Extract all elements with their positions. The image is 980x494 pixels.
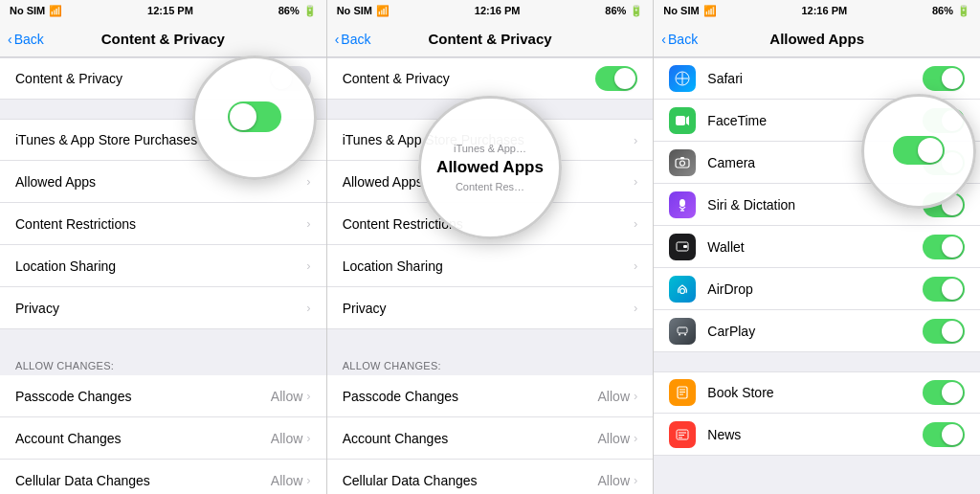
phone-panel-3: No SIM 📶 12:16 PM 86% 🔋 ‹ Back Allowed A… bbox=[654, 0, 980, 494]
separator-2 bbox=[0, 329, 326, 348]
svg-rect-13 bbox=[678, 327, 687, 333]
back-label-3: Back bbox=[668, 32, 698, 47]
safari-toggle[interactable] bbox=[923, 66, 965, 91]
status-right-1: 86% 🔋 bbox=[278, 5, 317, 17]
safari-label: Safari bbox=[707, 71, 923, 86]
back-button-1[interactable]: ‹ Back bbox=[8, 32, 44, 47]
svg-rect-3 bbox=[676, 116, 685, 125]
news-item[interactable]: News bbox=[654, 414, 980, 456]
account-changes-label-1: Account Changes bbox=[15, 431, 271, 446]
status-left-3: No SIM 📶 bbox=[663, 5, 716, 17]
privacy-label-2: Privacy bbox=[343, 301, 634, 316]
phone-panel-2: No SIM 📶 12:16 PM 86% 🔋 ‹ Back Content &… bbox=[327, 0, 655, 494]
nav-bar-1: ‹ Back Content & Privacy bbox=[0, 21, 326, 57]
account-changes-value-1: Allow bbox=[271, 431, 302, 446]
cellular-changes-value-2: Allow bbox=[598, 473, 630, 488]
bookstore-toggle[interactable] bbox=[923, 380, 965, 405]
content-privacy-label-2: Content & Privacy bbox=[343, 71, 596, 86]
time-2: 12:16 PM bbox=[475, 5, 521, 16]
magnified-toggle-knob-3 bbox=[918, 138, 943, 163]
passcode-changes-value-2: Allow bbox=[598, 389, 630, 404]
content-privacy-toggle-item-2[interactable]: Content & Privacy bbox=[327, 57, 654, 100]
battery-icon-3: 🔋 bbox=[957, 5, 970, 17]
airdrop-label: AirDrop bbox=[707, 281, 923, 297]
passcode-changes-item-1[interactable]: Passcode Changes Allow › bbox=[0, 375, 326, 417]
status-left-1: No SIM 📶 bbox=[10, 5, 62, 17]
svg-point-6 bbox=[680, 161, 685, 166]
location-sharing-item-2[interactable]: Location Sharing › bbox=[327, 245, 654, 287]
allow-changes-section-1: ALLOW CHANGES: Passcode Changes Allow › … bbox=[0, 348, 326, 494]
nav-title-1: Content & Privacy bbox=[101, 31, 225, 47]
bookstore-icon bbox=[669, 379, 696, 406]
svg-rect-11 bbox=[683, 245, 687, 248]
airdrop-item[interactable]: AirDrop bbox=[654, 268, 980, 310]
chevron-icon-1e: › bbox=[306, 301, 310, 315]
carplay-toggle[interactable] bbox=[923, 319, 965, 344]
privacy-item-2[interactable]: Privacy › bbox=[327, 287, 654, 329]
carplay-item[interactable]: CarPlay bbox=[654, 310, 980, 352]
status-right-2: 86% 🔋 bbox=[605, 5, 643, 17]
bookstore-item[interactable]: Book Store bbox=[654, 371, 980, 414]
carrier-3: No SIM bbox=[663, 5, 699, 16]
battery-2: 86% bbox=[605, 5, 626, 16]
wifi-icon-3: 📶 bbox=[703, 5, 717, 17]
cellular-changes-item-1[interactable]: Cellular Data Changes Allow › bbox=[0, 460, 326, 494]
magnify-overlay-2: iTunes & App… Allowed Apps Content Res… bbox=[418, 96, 562, 239]
news-toggle[interactable] bbox=[923, 422, 965, 447]
status-left-2: No SIM 📶 bbox=[337, 5, 390, 17]
battery-1: 86% bbox=[278, 5, 300, 16]
svg-point-7 bbox=[679, 199, 685, 207]
passcode-changes-value-1: Allow bbox=[271, 389, 302, 404]
wallet-item[interactable]: Wallet bbox=[654, 226, 980, 268]
back-button-2[interactable]: ‹ Back bbox=[335, 32, 371, 47]
airdrop-toggle[interactable] bbox=[923, 277, 965, 302]
magnify-allowed-2: Allowed Apps bbox=[436, 157, 544, 178]
chevron-back-icon-2: ‹ bbox=[335, 32, 340, 47]
airdrop-toggle-knob bbox=[942, 279, 963, 300]
cellular-changes-item-2[interactable]: Cellular Data Changes Allow › bbox=[327, 460, 654, 494]
status-bar-1: No SIM 📶 12:15 PM 86% 🔋 bbox=[0, 0, 326, 21]
chevron-icon-1f: › bbox=[306, 389, 310, 403]
magnify-content-2: iTunes & App… Allowed Apps Content Res… bbox=[436, 142, 544, 194]
back-label-1: Back bbox=[14, 32, 44, 47]
chevron-icon-2h: › bbox=[634, 473, 637, 487]
account-changes-value-2: Allow bbox=[598, 431, 630, 446]
battery-3: 86% bbox=[932, 5, 953, 16]
content-restrictions-item-1[interactable]: Content Restrictions › bbox=[0, 203, 326, 245]
wallet-label: Wallet bbox=[707, 239, 923, 255]
passcode-changes-item-2[interactable]: Passcode Changes Allow › bbox=[327, 375, 654, 417]
location-sharing-item-1[interactable]: Location Sharing › bbox=[0, 245, 326, 287]
account-changes-item-1[interactable]: Account Changes Allow › bbox=[0, 417, 326, 460]
battery-icon-1: 🔋 bbox=[303, 5, 317, 17]
passcode-changes-label-2: Passcode Changes bbox=[343, 389, 598, 404]
chevron-icon-2b: › bbox=[634, 174, 637, 189]
separator-4 bbox=[327, 329, 654, 348]
back-label-2: Back bbox=[341, 32, 370, 47]
siri-icon bbox=[669, 191, 696, 218]
passcode-changes-label-1: Passcode Changes bbox=[15, 389, 271, 404]
allow-changes-header-2: ALLOW CHANGES: bbox=[327, 348, 654, 375]
content-privacy-toggle-2[interactable] bbox=[595, 66, 637, 91]
chevron-icon-2d: › bbox=[634, 258, 637, 273]
safari-item[interactable]: Safari bbox=[654, 57, 980, 100]
news-toggle-knob bbox=[942, 424, 963, 445]
wifi-icon-2: 📶 bbox=[376, 5, 390, 17]
magnify-overlay-1 bbox=[192, 56, 317, 180]
wallet-toggle[interactable] bbox=[923, 235, 965, 259]
account-changes-item-2[interactable]: Account Changes Allow › bbox=[327, 417, 654, 460]
time-1: 12:15 PM bbox=[147, 5, 193, 16]
svg-point-14 bbox=[679, 333, 680, 335]
nav-title-3: Allowed Apps bbox=[769, 31, 864, 47]
carrier-2: No SIM bbox=[337, 5, 372, 16]
chevron-icon-2e: › bbox=[634, 301, 637, 315]
news-label: News bbox=[707, 427, 923, 442]
account-changes-label-2: Account Changes bbox=[343, 431, 598, 446]
safari-toggle-knob bbox=[942, 68, 963, 89]
back-button-3[interactable]: ‹ Back bbox=[661, 32, 698, 47]
privacy-item-1[interactable]: Privacy › bbox=[0, 287, 326, 329]
location-sharing-label-1: Location Sharing bbox=[15, 258, 306, 274]
battery-icon-2: 🔋 bbox=[630, 5, 643, 17]
magnify-content-res-2: Content Res… bbox=[436, 180, 544, 193]
time-3: 12:16 PM bbox=[801, 5, 847, 16]
magnified-toggle-3 bbox=[893, 136, 945, 165]
